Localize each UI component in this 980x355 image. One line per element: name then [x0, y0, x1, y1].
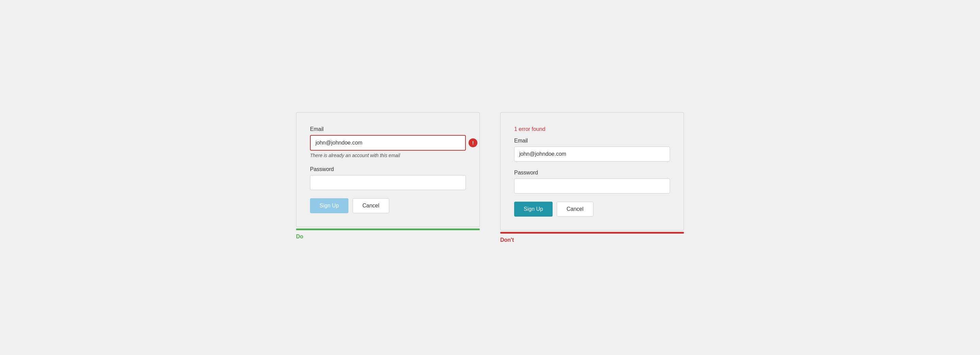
dont-button-row: Sign Up Cancel	[514, 202, 670, 217]
do-email-field-group: Email ! There is already an account with…	[310, 126, 466, 158]
dont-email-field-group: Email	[514, 138, 670, 162]
do-cancel-button[interactable]: Cancel	[353, 198, 389, 213]
do-password-input[interactable]	[310, 175, 466, 190]
do-email-label: Email	[310, 126, 466, 132]
do-password-label: Password	[310, 166, 466, 173]
dont-password-input[interactable]	[514, 179, 670, 193]
do-password-input-wrapper	[310, 175, 466, 190]
page-container: Email ! There is already an account with…	[296, 112, 684, 243]
do-card: Email ! There is already an account with…	[296, 112, 480, 227]
do-email-error-text: There is already an account with this em…	[310, 153, 466, 158]
do-example: Email ! There is already an account with…	[296, 112, 480, 240]
do-email-input-wrapper: !	[310, 135, 466, 151]
dont-error-banner: 1 error found	[514, 126, 670, 132]
dont-password-input-wrapper	[514, 179, 670, 193]
dont-password-label: Password	[514, 170, 670, 176]
dont-indicator-line	[500, 232, 684, 234]
do-indicator-line	[296, 228, 480, 230]
dont-indicator-label: Don't	[500, 237, 684, 243]
do-email-input[interactable]	[310, 135, 466, 151]
dont-cancel-button[interactable]: Cancel	[557, 202, 593, 217]
do-indicator-label: Do	[296, 234, 480, 240]
dont-email-input-wrapper	[514, 147, 670, 162]
dont-card: 1 error found Email Password Sign Up Can…	[500, 112, 684, 231]
dont-signup-button[interactable]: Sign Up	[514, 202, 553, 217]
do-signup-button[interactable]: Sign Up	[310, 198, 348, 213]
dont-email-label: Email	[514, 138, 670, 144]
do-button-row: Sign Up Cancel	[310, 198, 466, 213]
dont-email-input[interactable]	[514, 147, 670, 162]
dont-password-field-group: Password	[514, 170, 670, 193]
do-email-error-icon: !	[469, 138, 477, 147]
do-password-field-group: Password	[310, 166, 466, 190]
dont-example: 1 error found Email Password Sign Up Can…	[500, 112, 684, 243]
